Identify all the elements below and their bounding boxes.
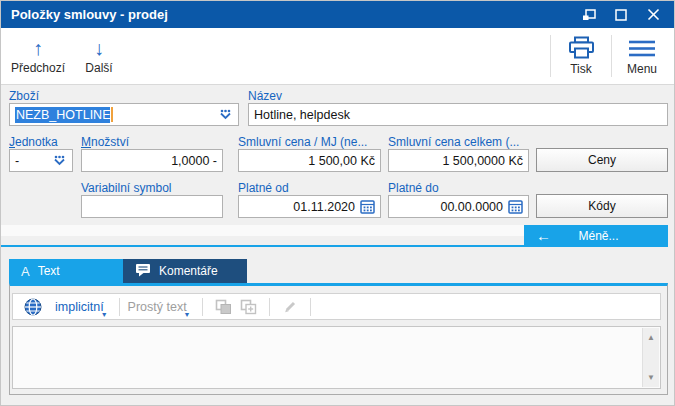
window-controls [581,7,674,23]
valid-from-label: Platné od [238,181,289,195]
lookup-picker-icon[interactable] [218,109,233,120]
language-dropdown[interactable]: implicitní▼ [55,300,111,314]
unit-price-value: 1 500,00 Kč [308,154,375,168]
main-toolbar: ↑ Předchozí ↓ Další Tisk [1,28,674,85]
unit-value: - [15,154,19,168]
text-editor-panel: implicitní▼ Prostý text▼ [9,283,668,395]
calendar-icon[interactable] [508,199,523,214]
chevron-down-icon: ▼ [184,311,191,318]
copy-add-icon[interactable] [240,299,257,315]
valid-to-label: Platné do [388,181,439,195]
next-label: Další [85,61,112,75]
tab-comments[interactable]: Komentáře [123,259,247,283]
arrow-down-icon: ↓ [94,38,104,58]
unit-label: Jednotka [9,135,58,149]
float-window-icon[interactable] [581,7,597,23]
quantity-field[interactable]: 1,0000 - [81,149,223,172]
toolbar-separator [550,35,551,77]
tab-comments-label: Komentáře [159,264,218,278]
scroll-up-icon[interactable]: ▲ [643,328,659,347]
goods-value-selected: NEZB_HOTLINE [15,107,110,123]
language-dropdown-label: implicitní [55,300,104,314]
calendar-icon[interactable] [360,199,375,214]
name-value: Hotline, helpdesk [254,108,350,122]
name-label: Název [248,89,282,103]
menu-button[interactable]: Menu [614,28,670,84]
less-button[interactable]: ← Méně... [524,225,668,246]
codes-button[interactable]: Kódy [536,194,668,218]
editor-separator [202,298,203,316]
unit-combo[interactable]: - [9,149,73,172]
prices-button[interactable]: Ceny [536,148,668,172]
editor-separator [310,298,311,316]
arrow-up-icon: ↑ [33,38,43,58]
total-price-value: 1 500,0000 Kč [442,154,523,168]
arrow-left-icon: ← [524,228,551,243]
unit-price-field[interactable]: 1 500,00 Kč [238,149,381,172]
quantity-value: 1,0000 - [171,154,217,168]
valid-to-value: 00.00.0000 [440,200,503,214]
variable-symbol-label: Variabilní symbol [81,181,171,195]
name-field[interactable]: Hotline, helpdesk [248,103,668,126]
total-price-field[interactable]: 1 500,0000 Kč [388,149,529,172]
previous-button[interactable]: ↑ Předchozí [5,28,71,84]
text-caret [111,107,113,122]
titlebar: Položky smlouvy - prodej [1,1,674,28]
copy-icon[interactable] [215,299,232,315]
lookup-picker-icon[interactable] [52,155,67,166]
accent-divider [1,245,668,247]
scroll-down-icon[interactable]: ▼ [643,368,659,387]
maximize-icon[interactable] [613,7,629,23]
toolbar-spacer [127,28,548,84]
editor-separator [269,298,270,316]
text-content-area[interactable]: ▲ ▼ [12,326,661,389]
format-dropdown-label: Prostý text [128,300,187,314]
edit-pencil-icon[interactable] [282,299,298,315]
valid-to-field[interactable]: 00.00.0000 [388,195,529,218]
vertical-scrollbar[interactable]: ▲ ▼ [642,328,659,387]
previous-label: Předchozí [11,61,65,75]
less-button-label: Méně... [551,229,668,243]
next-button[interactable]: ↓ Další [71,28,127,84]
printer-icon [568,36,595,59]
editor-separator [119,298,120,316]
window-title: Položky smlouvy - prodej [1,7,168,22]
hamburger-menu-icon [628,36,656,59]
goods-label: Zboží [9,89,39,103]
menu-label: Menu [627,62,657,76]
tab-text[interactable]: A Text [9,259,123,283]
globe-icon [24,298,42,316]
text-a-icon: A [21,264,30,279]
codes-button-label: Kódy [588,199,615,213]
unit-price-label: Smluvní cena / MJ (ne... [238,135,367,149]
quantity-label: Množství [81,135,129,149]
editor-toolbar: implicitní▼ Prostý text▼ [12,293,661,320]
variable-symbol-field[interactable] [81,195,223,218]
valid-from-field[interactable]: 01.11.2020 [238,195,381,218]
valid-from-value: 01.11.2020 [293,200,355,214]
goods-field[interactable]: NEZB_HOTLINE [9,103,239,126]
comment-bubble-icon [135,263,151,280]
close-icon[interactable] [645,7,661,23]
print-button[interactable]: Tisk [553,28,609,84]
chevron-down-icon: ▼ [101,311,108,318]
print-label: Tisk [570,62,592,76]
prices-button-label: Ceny [588,153,616,167]
form-bottom-strip [1,225,524,236]
tab-text-label: Text [38,264,60,278]
total-price-label: Smluvní cena celkem (... [388,135,519,149]
format-dropdown[interactable]: Prostý text▼ [128,300,194,314]
dialog-window: Položky smlouvy - prodej ↑ Předchozí ↓ D… [0,0,675,406]
toolbar-separator [611,35,612,77]
